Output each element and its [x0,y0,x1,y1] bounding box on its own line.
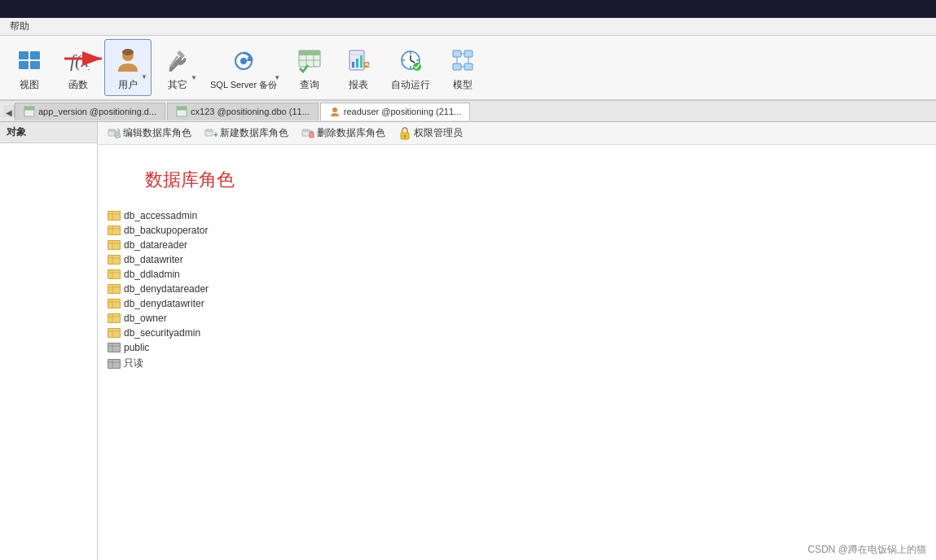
role-item-db-owner[interactable]: db_owner [104,311,929,326]
left-panel-header: 对象 [0,122,97,143]
toolbar-model[interactable]: 模型 [440,39,486,96]
query-label: 查询 [300,78,319,92]
role-name-db-denydatawriter: db_denydatawriter [124,298,204,309]
new-role-icon: + [204,127,218,140]
new-role-button[interactable]: + 新建数据库角色 [201,125,292,142]
tab-app-version[interactable]: app_version @positioning.d... [15,103,165,120]
role-icon-db-backupoperator [108,225,121,235]
new-role-label: 新建数据库角色 [220,126,288,140]
svg-rect-50 [115,131,121,138]
svg-rect-69 [108,226,120,234]
role-item-db-securityadmin[interactable]: db_securityadmin [104,326,929,340]
svg-line-49 [117,129,120,131]
lock-icon [398,127,411,140]
svg-rect-20 [356,59,358,68]
collapse-button[interactable]: ◀ [3,105,15,117]
role-icon-readonly [108,359,121,369]
role-item-readonly[interactable]: 只读 [104,355,929,372]
role-name-db-ddladmin: db_ddladmin [124,269,180,280]
edit-role-button[interactable]: 编辑数据库角色 [104,125,195,142]
toolbar-user[interactable]: 用户 ▼ [104,39,152,96]
role-icon-db-securityadmin [108,328,121,338]
roles-list: db_accessadmin db_backupoperator [104,208,929,372]
model-label: 模型 [453,78,472,92]
toolbar-other[interactable]: 其它 ▼ [155,39,200,96]
svg-rect-101 [108,343,120,352]
role-icon-db-ddladmin [108,269,121,279]
role-icon-db-denydatawriter [108,299,121,308]
svg-rect-42 [24,107,34,110]
role-item-db-backupoperator[interactable]: db_backupoperator [104,223,929,238]
tab-app-version-label: app_version @positioning.d... [38,107,156,116]
role-name-db-datawriter: db_datawriter [124,254,183,265]
role-item-db-datareader[interactable]: db_datareader [104,238,929,252]
svg-rect-33 [464,50,472,57]
role-name-db-denydatareader: db_denydatareader [124,283,209,295]
tabs-area: ◀ app_version @positioning.d... cx123 @p… [0,101,936,122]
status-text: CSDN @蹲在电饭锅上的猫 [807,544,926,555]
svg-rect-85 [108,285,120,293]
model-icon [446,44,479,77]
svg-rect-14 [299,50,320,55]
svg-rect-32 [453,50,461,57]
svg-rect-77 [108,256,120,264]
svg-rect-2 [19,61,29,69]
delete-role-button[interactable]: 删除数据库角色 [298,125,389,142]
role-icon-public [108,343,121,352]
view-icon [13,44,46,77]
toolbar-view[interactable]: 视图 [7,39,52,96]
tab-user-icon [329,106,341,117]
svg-point-12 [240,58,247,64]
role-name-public: public [124,342,149,353]
svg-rect-19 [352,62,354,68]
toolbar-schedule[interactable]: 自动运行 [385,39,437,96]
role-item-db-ddladmin[interactable]: db_ddladmin [104,267,929,282]
svg-rect-48 [108,129,116,132]
other-dropdown-arrow: ▼ [191,74,197,81]
svg-rect-57 [302,129,310,132]
role-item-db-accessadmin[interactable]: db_accessadmin [104,208,929,223]
tab-table-icon-1 [24,106,35,117]
svg-rect-54 [205,129,213,132]
svg-point-46 [332,107,337,112]
role-item-db-denydatawriter[interactable]: db_denydatawriter [104,296,929,311]
left-panel-content [0,143,97,560]
report-label: 报表 [349,78,368,92]
svg-rect-105 [108,360,120,368]
role-icon-db-owner [108,313,121,323]
svg-rect-45 [177,107,187,110]
toolbar-backup[interactable]: SQL Server 备份 ▼ [204,39,283,96]
delete-role-icon [301,127,314,140]
svg-rect-21 [360,55,363,68]
section-heading: 数据库角色 [145,168,889,192]
permissions-label: 权限管理员 [414,126,463,140]
tab-cx123[interactable]: cx123 @positioning.dbo (11... [167,103,319,120]
role-name-db-owner: db_owner [124,313,167,324]
title-bar [0,0,936,18]
status-bar: CSDN @蹲在电饭锅上的猫 [798,540,936,560]
role-item-public[interactable]: public [104,340,929,355]
main-area: 对象 编辑数据库角色 [0,122,936,560]
role-item-db-datawriter[interactable]: db_datawriter [104,252,929,267]
delete-role-label: 删除数据库角色 [317,126,385,140]
permissions-button[interactable]: 权限管理员 [395,125,466,142]
backup-label: SQL Server 备份 [210,79,277,91]
role-item-db-denydatareader[interactable]: db_denydatareader [104,282,929,296]
toolbar-report[interactable]: 报表 [336,39,381,96]
toolbar-query[interactable]: 查询 [287,39,332,96]
role-icon-db-datareader [108,240,121,250]
tab-table-icon-2 [176,106,187,117]
left-panel: 对象 [0,122,98,560]
menu-help[interactable]: 帮助 [7,18,33,35]
role-name-db-backupoperator: db_backupoperator [124,225,208,236]
tab-readuser[interactable]: readuser @positioning (211... [320,103,470,120]
svg-rect-35 [464,63,472,70]
svg-rect-81 [108,270,120,278]
edit-role-label: 编辑数据库角色 [123,126,191,140]
svg-rect-93 [108,314,120,322]
role-icon-db-datawriter [108,255,121,265]
role-icon-db-accessadmin [108,211,121,221]
svg-rect-3 [30,61,40,69]
tab-readuser-label: readuser @positioning (211... [344,107,461,116]
red-arrow-indicator [64,46,109,71]
